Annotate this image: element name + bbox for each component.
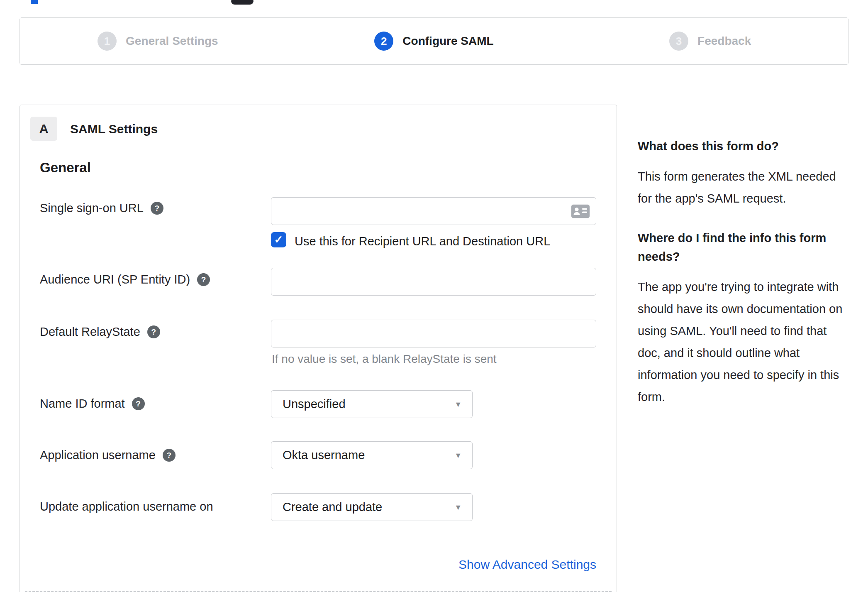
dropdown-caret-icon: ▼ xyxy=(454,503,462,511)
dropdown-caret-icon: ▼ xyxy=(454,400,462,409)
audience-uri-input-wrap xyxy=(271,268,596,296)
use-for-recipient-checkbox[interactable]: ✓ xyxy=(271,232,286,247)
cropped-link-fragment xyxy=(31,0,38,4)
general-heading: General xyxy=(40,160,91,176)
name-id-format-label: Name ID format ? xyxy=(40,397,145,411)
name-id-format-label-text: Name ID format xyxy=(40,397,125,411)
selected-value: Okta username xyxy=(283,448,365,462)
step-number-badge: 3 xyxy=(669,32,688,51)
name-id-format-select[interactable]: Unspecified ▼ xyxy=(271,390,473,418)
sso-url-input-wrap xyxy=(271,197,596,225)
help-icon[interactable]: ? xyxy=(197,273,210,286)
show-advanced-settings-link[interactable]: Show Advanced Settings xyxy=(271,558,596,572)
selected-value: Create and update xyxy=(283,500,382,514)
sso-url-input[interactable] xyxy=(271,197,596,225)
section-title: SAML Settings xyxy=(70,122,158,136)
checkmark-icon: ✓ xyxy=(274,233,283,246)
saml-settings-panel: A SAML Settings General Single sign-on U… xyxy=(20,105,617,592)
selected-value: Unspecified xyxy=(283,397,346,411)
step-general-settings[interactable]: 1 General Settings xyxy=(20,18,296,64)
step-number-badge: 2 xyxy=(374,32,393,51)
update-app-username-label: Update application username on xyxy=(40,500,213,514)
default-relaystate-input-wrap xyxy=(271,320,596,347)
default-relaystate-label: Default RelayState ? xyxy=(40,325,160,339)
help-icon[interactable]: ? xyxy=(163,449,176,462)
application-username-label: Application username ? xyxy=(40,448,176,462)
section-a-badge: A xyxy=(30,117,57,141)
wizard-stepper: 1 General Settings 2 Configure SAML 3 Fe… xyxy=(20,17,848,65)
help-icon[interactable]: ? xyxy=(147,325,160,338)
update-app-username-label-text: Update application username on xyxy=(40,500,213,514)
step-feedback[interactable]: 3 Feedback xyxy=(572,18,848,64)
help-answer-1: This form generates the XML needed for t… xyxy=(638,166,847,210)
dropdown-caret-icon: ▼ xyxy=(454,451,462,460)
help-question-1: What does this form do? xyxy=(638,137,847,156)
help-sidebar: What does this form do? This form genera… xyxy=(638,137,847,427)
step-label: General Settings xyxy=(126,34,218,48)
default-relaystate-input[interactable] xyxy=(271,320,596,347)
step-configure-saml[interactable]: 2 Configure SAML xyxy=(296,18,572,64)
help-icon[interactable]: ? xyxy=(151,202,163,215)
help-icon[interactable]: ? xyxy=(132,397,145,410)
step-number-badge: 1 xyxy=(98,32,117,51)
audience-uri-label: Audience URI (SP Entity ID) ? xyxy=(40,273,210,286)
audience-uri-input[interactable] xyxy=(271,268,596,296)
sso-url-label: Single sign-on URL ? xyxy=(40,201,163,215)
cropped-page-title-fragment xyxy=(231,0,254,5)
contact-card-icon[interactable] xyxy=(571,204,590,218)
step-label: Configure SAML xyxy=(402,34,493,48)
default-relaystate-label-text: Default RelayState xyxy=(40,325,140,339)
update-app-username-select[interactable]: Create and update ▼ xyxy=(271,493,473,521)
audience-uri-label-text: Audience URI (SP Entity ID) xyxy=(40,273,190,286)
relaystate-helper-text: If no value is set, a blank RelayState i… xyxy=(272,352,497,366)
help-answer-2: The app you're trying to integrate with … xyxy=(638,276,847,408)
application-username-label-text: Application username xyxy=(40,448,156,462)
application-username-select[interactable]: Okta username ▼ xyxy=(271,441,473,469)
use-for-recipient-checkbox-label: Use this for Recipient URL and Destinati… xyxy=(295,235,550,248)
help-question-2: Where do I find the info this form needs… xyxy=(638,229,847,266)
step-label: Feedback xyxy=(697,34,751,48)
sso-url-label-text: Single sign-on URL xyxy=(40,201,144,215)
